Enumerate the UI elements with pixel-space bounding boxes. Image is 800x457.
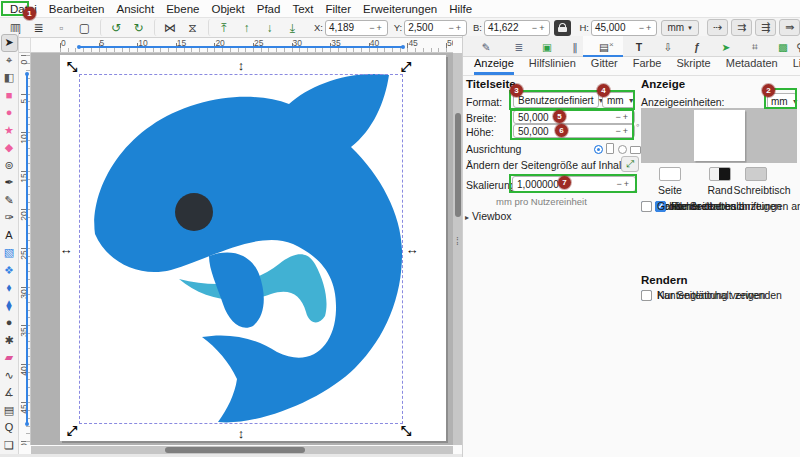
tool-mesh-gradient[interactable]: ❖ — [1, 262, 18, 280]
vertical-ruler[interactable]: 05101520253035404550 — [19, 53, 31, 445]
page-color-swatch[interactable] — [659, 167, 681, 181]
canvas[interactable]: ⤡ ↕ ⤢ ↔ ↔ ⤢ ↕ ⤡ — [31, 53, 453, 445]
menu-item[interactable]: Erweiterungen — [357, 2, 443, 16]
scale-stroke-toggle[interactable]: ⇢ — [707, 19, 728, 36]
xml-editor-dialog-icon[interactable]: ⌗ — [744, 37, 766, 56]
tool-star[interactable]: ★ — [1, 122, 18, 140]
tool-eraser[interactable]: ▰ — [1, 349, 18, 367]
tool-measure[interactable]: ∡ — [1, 384, 18, 402]
orientation-landscape-radio[interactable] — [618, 145, 627, 154]
resize-to-content-button[interactable]: ⤢ — [621, 156, 639, 172]
page-width-spinner[interactable]: −+ — [615, 112, 630, 122]
y-field[interactable]: 2,500 −+ — [404, 20, 467, 36]
tool-3d-box[interactable]: ◆ — [1, 139, 18, 157]
lower-button[interactable]: ↓ — [258, 19, 281, 36]
tool-text[interactable]: A — [1, 227, 18, 245]
tool-connector[interactable]: ∿ — [1, 367, 18, 385]
panel-tab[interactable]: Farbe — [633, 57, 662, 75]
column-splitter-dots[interactable]: · — [635, 186, 638, 196]
y-spinner[interactable]: −+ — [448, 23, 463, 33]
find-replace-dialog-icon[interactable]: ⚲ — [789, 37, 800, 56]
tool-selector[interactable]: ➤ — [1, 34, 18, 52]
checkbox-row[interactable]: Große Seitenbeschriftungen anzeigen — [641, 200, 800, 212]
scale-field[interactable]: 1,000000 −+ — [512, 176, 636, 192]
raise-button[interactable]: ↑ — [235, 19, 258, 36]
rotate-cw-button[interactable]: ↻ — [127, 19, 150, 36]
scale-handle-bottom-right[interactable]: ⤡ — [399, 424, 413, 438]
transform-dialog-icon[interactable]: ƒ — [686, 37, 708, 56]
export-image-dialog-icon[interactable]: ▣ — [536, 37, 558, 56]
scale-handle-bottom-left[interactable]: ⤢ — [65, 424, 79, 438]
tool-calligraphy[interactable]: ✑ — [1, 209, 18, 227]
menu-item[interactable]: Text — [286, 2, 319, 16]
format-dropdown[interactable]: Benutzerdefiniert ▼ — [513, 92, 599, 108]
x-spinner[interactable]: −+ — [369, 23, 384, 33]
tool-pencil[interactable]: ✎ — [1, 192, 18, 210]
move-gradients-toggle[interactable]: ⇶ — [755, 19, 776, 36]
menu-item[interactable]: Bearbeiten — [43, 2, 111, 16]
menu-item[interactable]: Hilfe — [443, 2, 478, 16]
panel-tab[interactable]: Hilfslinien — [529, 57, 576, 75]
lock-ratio-button[interactable] — [554, 20, 571, 36]
viewbox-expander[interactable]: ▸Viewbox — [465, 210, 512, 222]
align-dialog-icon[interactable]: ∥ — [564, 37, 586, 56]
height-field[interactable]: 45,000 −+ — [591, 20, 658, 36]
border-color-swatch[interactable] — [709, 167, 731, 181]
scale-handle-top-center[interactable]: ↕ — [234, 58, 248, 72]
width-field[interactable]: 41,622 −+ — [484, 20, 551, 36]
tool-gradient[interactable]: ▧ — [1, 244, 18, 262]
menu-item[interactable]: Objekt — [205, 2, 250, 16]
x-field[interactable]: 4,189 −+ — [325, 20, 388, 36]
page-height-field[interactable]: 50,000 −+ — [513, 124, 635, 138]
flip-horizontal-button[interactable]: ⋈ — [154, 19, 181, 36]
tool-paint-bucket[interactable]: ⧫ — [1, 297, 18, 315]
panel-splitter-handle[interactable]: ⁞ — [456, 236, 459, 247]
panel-tab[interactable]: Metadaten — [726, 57, 778, 75]
checkbox[interactable] — [641, 201, 652, 212]
tool-zoom[interactable]: Q — [1, 419, 18, 437]
menu-item[interactable]: Ansicht — [110, 2, 160, 16]
flip-vertical-button[interactable]: ⧖ — [181, 19, 204, 36]
checkbox[interactable] — [641, 290, 652, 301]
scale-handle-top-right[interactable]: ⤢ — [399, 60, 413, 74]
scale-handle-middle-right[interactable]: ↔ — [405, 242, 419, 256]
text-dialog-icon[interactable]: T — [628, 37, 650, 56]
checkbox-row[interactable]: Nur Seiteninhalt zeigen — [641, 289, 766, 301]
horizontal-scrollbar[interactable] — [31, 446, 453, 454]
tool-pages[interactable]: ❏ — [1, 437, 18, 455]
selection-box-button[interactable]: ▢ — [73, 19, 96, 36]
raise-to-top-button[interactable]: ⤒ — [208, 19, 235, 36]
tool-ellipse[interactable]: ● — [1, 104, 18, 122]
panel-tab[interactable]: Gitter — [591, 57, 618, 75]
move-patterns-toggle[interactable]: ⇛ — [779, 19, 800, 36]
tool-node-editor[interactable]: ⌖ — [1, 52, 18, 70]
scale-handle-middle-left[interactable]: ↔ — [59, 242, 73, 256]
height-spinner[interactable]: −+ — [639, 23, 654, 33]
scale-spinner[interactable]: −+ — [616, 179, 631, 189]
menu-item[interactable]: Filter — [319, 2, 357, 16]
orientation-portrait-radio[interactable] — [594, 145, 603, 154]
menu-item[interactable]: Ebene — [160, 2, 205, 16]
column-splitter-dots[interactable]: ∘ — [635, 120, 641, 130]
scale-handle-bottom-center[interactable]: ↕ — [234, 426, 248, 440]
page-width-field[interactable]: 50,000 −+ — [513, 110, 635, 124]
tool-shape-builder[interactable]: ◧ — [1, 69, 18, 87]
horizontal-ruler[interactable]: 05101520253035404550 — [31, 38, 453, 53]
snap-dialog-icon[interactable]: ➤ — [715, 37, 737, 56]
vertical-scrollbar[interactable] — [453, 53, 462, 445]
tool-spiral[interactable]: ⊚ — [1, 157, 18, 175]
lower-to-bottom-button[interactable]: ⤓ — [281, 19, 304, 36]
tool-pen[interactable]: ✒ — [1, 174, 18, 192]
fill-stroke-dialog-icon[interactable]: ✎ — [475, 37, 497, 56]
page-height-spinner[interactable]: −+ — [615, 126, 630, 136]
tool-tweak[interactable]: ● — [1, 314, 18, 332]
export-dialog-icon[interactable]: ⇩ — [657, 37, 679, 56]
panel-tab[interactable]: Lizenz — [793, 57, 800, 75]
tool-dropper[interactable]: ⬧ — [1, 279, 18, 297]
selection-bounding-box[interactable] — [79, 74, 403, 424]
unit-dropdown[interactable]: mm▼ — [661, 20, 699, 36]
tool-lpe[interactable]: ▤ — [1, 402, 18, 420]
width-spinner[interactable]: −+ — [532, 23, 547, 33]
layers-dialog-icon[interactable]: ≣ — [508, 37, 530, 56]
select-all-layers-button[interactable]: ≣ — [27, 19, 50, 36]
